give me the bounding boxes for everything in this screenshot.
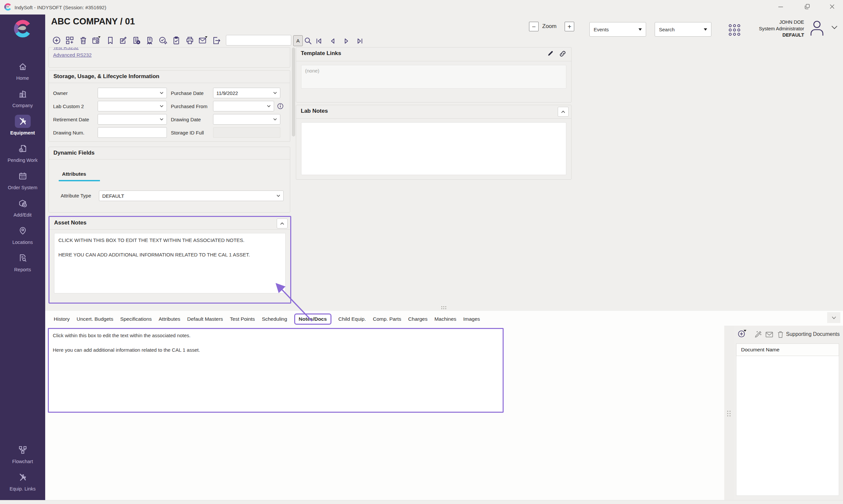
purchased-from-dropdown[interactable]: [213, 101, 274, 111]
nav-next-icon[interactable]: [341, 36, 351, 46]
edit-record-icon[interactable]: [118, 35, 128, 45]
close-button[interactable]: [825, 0, 840, 13]
document-users-icon[interactable]: [144, 35, 154, 45]
delete-record-icon[interactable]: [78, 35, 88, 45]
add-record-icon[interactable]: [51, 35, 62, 45]
user-menu-chevron-icon[interactable]: [831, 25, 838, 31]
tab-uncert-budgets[interactable]: Uncert. Budgets: [76, 316, 113, 322]
tab-charges[interactable]: Charges: [408, 316, 428, 322]
calendar-menu-icon[interactable]: [91, 35, 101, 45]
report-document-icon[interactable]: [131, 35, 141, 45]
link-test-rs232[interactable]: Test RS232: [53, 47, 290, 50]
document-list[interactable]: [736, 356, 839, 496]
tab-default-masters[interactable]: Default Masters: [187, 316, 223, 322]
retirement-date-dropdown[interactable]: [98, 114, 167, 125]
export-record-icon[interactable]: [211, 35, 221, 45]
lab-notes-collapse-button[interactable]: [558, 107, 568, 117]
vertical-scrollbar-track[interactable]: [292, 48, 295, 307]
user-avatar[interactable]: [807, 18, 826, 39]
tab-scheduling[interactable]: Scheduling: [262, 316, 287, 322]
sidebar-item-home[interactable]: Home: [0, 57, 45, 84]
tab-images[interactable]: Images: [463, 316, 480, 322]
drawing-num-label: Drawing Num.: [53, 130, 98, 136]
sidebar-item-reports[interactable]: Reports: [0, 248, 45, 275]
events-dropdown[interactable]: Events: [590, 22, 646, 37]
nav-previous-icon[interactable]: [328, 36, 338, 46]
nav-last-icon[interactable]: [354, 36, 364, 46]
apps-grid-icon[interactable]: [727, 23, 741, 38]
retirement-date-label: Retirement Date: [53, 117, 98, 122]
storage-id-full-label: Storage ID Full: [171, 130, 213, 136]
notes-docs-textarea[interactable]: Click within this box to edit the text w…: [48, 328, 504, 413]
flowchart-icon: [15, 443, 31, 456]
sidebar-nav: Home Company Equipment: [0, 57, 45, 275]
letter-filter-button[interactable]: A: [293, 35, 303, 46]
delete-document-icon[interactable]: [776, 330, 785, 339]
bookmark-icon[interactable]: [105, 35, 115, 45]
drawing-date-label: Drawing Date: [171, 117, 213, 122]
restore-button[interactable]: [800, 0, 815, 13]
email-document-icon[interactable]: [765, 330, 774, 339]
zoom-out-button[interactable]: −: [529, 22, 539, 31]
status-strip: [0, 500, 843, 504]
detail-tabs: History Uncert. Budgets Specifications A…: [54, 312, 480, 326]
tab-child-equip[interactable]: Child Equip.: [338, 316, 366, 322]
asset-notes-collapse-button[interactable]: [277, 218, 287, 229]
template-links-edit-icon[interactable]: [547, 50, 554, 58]
tab-attributes-dynamic[interactable]: Attributes: [62, 171, 86, 177]
drawing-date-dropdown[interactable]: [213, 114, 280, 125]
nav-first-icon[interactable]: [314, 36, 324, 46]
template-links-list[interactable]: (none): [301, 65, 566, 89]
vertical-splitter[interactable]: [724, 326, 734, 500]
user-role: System Administrator: [759, 26, 804, 32]
tab-machines[interactable]: Machines: [434, 316, 456, 322]
attribute-type-dropdown[interactable]: DEFAULT: [99, 191, 284, 201]
tab-specifications[interactable]: Specifications: [120, 316, 152, 322]
tab-attributes[interactable]: Attributes: [159, 316, 180, 322]
clone-record-icon[interactable]: [65, 35, 74, 45]
vertical-scrollbar-thumb[interactable]: [292, 48, 295, 137]
asset-notes-section: Asset Notes CLICK WITHIN THIS BOX TO EDI…: [49, 216, 291, 304]
purchase-date-dropdown[interactable]: 11/9/2022: [213, 88, 280, 98]
template-links-link-icon[interactable]: [559, 50, 567, 59]
procedure-links-panel: Test RS232 Advanced RS232: [49, 47, 290, 68]
owner-dropdown[interactable]: [98, 88, 167, 98]
template-links-empty-text: (none): [305, 68, 566, 73]
tab-test-points[interactable]: Test Points: [230, 316, 255, 322]
collapse-tab-area-button[interactable]: [827, 312, 840, 323]
sidebar-item-flowchart[interactable]: Flowchart: [0, 440, 45, 467]
chevron-down-icon: [160, 92, 163, 94]
sidebar-item-pending-work[interactable]: Pending Work: [0, 139, 45, 166]
add-document-icon[interactable]: [737, 329, 747, 338]
tab-notes-docs[interactable]: Notes/Docs: [294, 313, 332, 325]
sidebar-item-equipment[interactable]: Equipment: [0, 111, 45, 139]
purchased-from-info-icon[interactable]: [277, 103, 284, 109]
tab-comp-parts[interactable]: Comp. Parts: [373, 316, 401, 322]
vertical-splitter-handle[interactable]: [727, 411, 731, 417]
sidebar-item-order-system[interactable]: Order System: [0, 166, 45, 194]
sidebar-item-company[interactable]: Company: [0, 84, 45, 111]
sidebar-item-locations[interactable]: Locations: [0, 221, 45, 248]
link-advanced-rs232[interactable]: Advanced RS232: [53, 52, 290, 58]
lab-notes-textarea[interactable]: [301, 122, 566, 175]
clipboard-check-icon[interactable]: [171, 35, 181, 45]
events-dropdown-value: Events: [594, 27, 609, 32]
print-icon[interactable]: [185, 35, 195, 45]
drawing-num-input[interactable]: [98, 127, 167, 138]
search-magnifier-icon[interactable]: [303, 36, 313, 46]
email-icon[interactable]: [198, 35, 208, 45]
sidebar-item-equip-links[interactable]: Equip. Links: [0, 467, 45, 495]
tab-history[interactable]: History: [54, 316, 70, 322]
sidebar-item-add-edit[interactable]: Add/Edit: [0, 194, 45, 221]
zoom-in-button[interactable]: +: [565, 22, 574, 31]
asset-notes-title: Asset Notes: [54, 219, 86, 226]
asset-notes-textarea[interactable]: CLICK WITHIN THIS BOX TO EDIT THE TEXT W…: [54, 233, 286, 293]
search-dropdown[interactable]: Search: [655, 22, 712, 37]
horizontal-splitter-handle[interactable]: [441, 306, 446, 309]
quick-search-input[interactable]: [226, 35, 291, 46]
lab-custom-2-dropdown[interactable]: [98, 101, 167, 111]
document-name-header[interactable]: Document Name: [736, 343, 839, 356]
certificate-icon[interactable]: [158, 35, 168, 45]
minimize-button[interactable]: [773, 0, 788, 13]
rename-document-icon[interactable]: [753, 330, 762, 339]
